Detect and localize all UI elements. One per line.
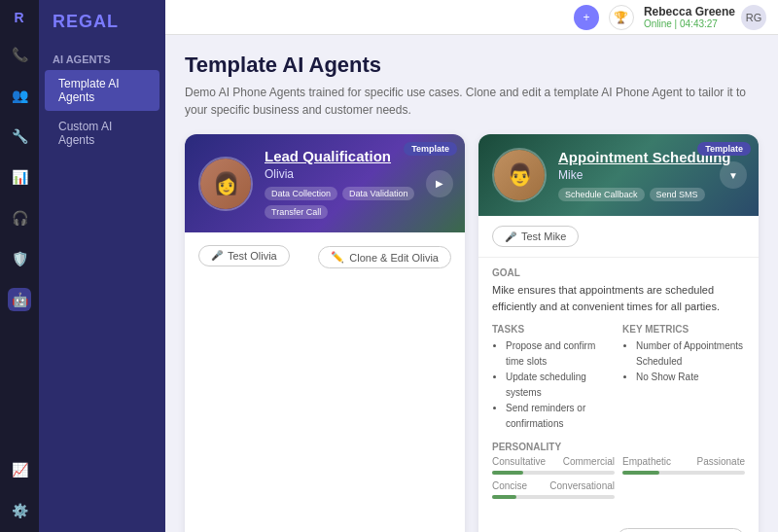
label-consultative: Consultative	[492, 456, 546, 467]
sidebar-icon-phone[interactable]: 📞	[8, 43, 31, 66]
test-olivia-button[interactable]: Test Olivia	[198, 245, 290, 266]
sidebar-icon-settings[interactable]: ⚙️	[8, 499, 31, 522]
user-name: Rebecca Greene	[644, 5, 735, 18]
sidebar-nav: REGAL AI Agents Template AI Agents Custo…	[39, 0, 165, 532]
agent-tags-mike: Schedule Callback Send SMS	[558, 188, 745, 201]
metric-item: No Show Rate	[636, 370, 745, 385]
card-header-appointment: 👨 Appointment Scheduling Mike Schedule C…	[478, 134, 759, 216]
trophy-icon[interactable]: 🏆	[609, 5, 634, 30]
template-badge-lead: Template	[404, 142, 457, 156]
clone-olivia-button[interactable]: ✏️ Clone & Edit Olivia	[318, 246, 451, 268]
agent-card-lead-qualification: 👩 Lead Qualification Olivia Data Collect…	[185, 134, 465, 532]
bar-consultative	[492, 471, 615, 475]
template-badge-appointment: Template	[697, 142, 751, 156]
card-body-lead: Test Olivia ✏️ Clone & Edit Olivia	[185, 232, 465, 278]
agent-avatar-mike: 👨	[492, 148, 547, 202]
olivia-avatar-image: 👩	[200, 159, 251, 209]
card-header-lead: 👩 Lead Qualification Olivia Data Collect…	[185, 134, 465, 232]
agent-subname-mike: Mike	[558, 168, 745, 182]
clone-mike-button[interactable]: ✏️ Clone & Edit Mike	[617, 528, 745, 532]
page-title: Template AI Agents	[185, 53, 759, 78]
main-area: + 🏆 Rebecca Greene Online | 04:43:27 RG …	[165, 0, 778, 532]
metric-item: Number of Appointments Scheduled	[636, 338, 745, 370]
cards-grid: 👩 Lead Qualification Olivia Data Collect…	[185, 134, 759, 532]
personality-title-appointment: Personality	[492, 442, 745, 452]
agent-subname-olivia: Olivia	[265, 167, 451, 181]
label-conversational: Conversational	[549, 480, 615, 491]
agent-info-mike: Appointment Scheduling Mike Schedule Cal…	[558, 149, 745, 201]
sidebar-item-template-agents[interactable]: Template AI Agents	[45, 70, 159, 111]
agent-card-appointment: 👨 Appointment Scheduling Mike Schedule C…	[478, 134, 759, 532]
sidebar-icon-headset[interactable]: 🎧	[8, 206, 31, 230]
label-passionate: Passionate	[697, 456, 745, 467]
sidebar-icon-barChart[interactable]: 📈	[8, 458, 31, 481]
tasks-list-appointment: Propose and confirm time slots Update sc…	[492, 338, 615, 432]
label-commercial: Commercial	[563, 456, 615, 467]
plus-icon[interactable]: +	[574, 5, 599, 30]
agent-avatar-olivia: 👩	[198, 157, 253, 211]
topbar-user: Rebecca Greene Online | 04:43:27 RG	[644, 5, 766, 30]
personality-row-consultative: Consultative Commercial	[492, 456, 615, 467]
sidebar-icon-chart[interactable]: 📊	[8, 165, 31, 189]
user-status: Online | 04:43:27	[644, 18, 735, 29]
sidebar-icon-shield[interactable]: 🛡️	[8, 247, 31, 270]
mike-avatar-image: 👨	[494, 150, 545, 200]
tag-data-collection: Data Collection	[265, 187, 337, 200]
task-item: Update scheduling systems	[506, 370, 615, 401]
topbar-user-info: Rebecca Greene Online | 04:43:27	[644, 5, 735, 29]
tag-transfer-call: Transfer Call	[265, 205, 328, 219]
sidebar-icon-people[interactable]: 👥	[8, 84, 31, 107]
chevron-appointment[interactable]	[720, 161, 747, 189]
page-description: Demo AI Phone Agents trained for specifi…	[185, 84, 759, 119]
metrics-list-appointment: Number of Appointments Scheduled No Show…	[622, 338, 745, 385]
personality-row-concise: Concise Conversational	[492, 480, 615, 491]
tag-schedule-callback: Schedule Callback	[558, 188, 645, 201]
card-body-appointment: Test Mike	[478, 216, 759, 257]
sidebar-icon-robot[interactable]: 🤖	[8, 288, 31, 311]
avatar[interactable]: RG	[741, 5, 766, 30]
agent-tags-olivia: Data Collection Data Validation Transfer…	[265, 187, 451, 219]
label-concise: Concise	[492, 480, 527, 491]
metrics-title-appointment: Key Metrics	[622, 324, 745, 335]
sidebar-icon-tools[interactable]: 🔧	[8, 124, 31, 148]
bar-fill-empathetic	[622, 471, 659, 475]
metrics-col-appointment: Key Metrics Number of Appointments Sched…	[622, 324, 745, 432]
goal-title-appointment: Goal	[492, 267, 745, 278]
tag-data-validation: Data Validation	[342, 187, 414, 200]
task-item: Propose and confirm time slots	[506, 338, 615, 370]
nav-section-title: AI Agents	[39, 44, 165, 69]
bar-fill-consultative	[492, 471, 523, 475]
content-area: Template AI Agents Demo AI Phone Agents …	[165, 35, 778, 532]
detail-grid-appointment: Tasks Propose and confirm time slots Upd…	[492, 324, 745, 432]
logo-icon: R	[14, 10, 24, 25]
task-item: Send reminders or confirmations	[506, 401, 615, 432]
bar-empathetic	[622, 471, 745, 475]
tasks-col-appointment: Tasks Propose and confirm time slots Upd…	[492, 324, 615, 432]
bar-concise	[492, 495, 615, 499]
app-logo: REGAL	[39, 0, 165, 44]
topbar: + 🏆 Rebecca Greene Online | 04:43:27 RG	[165, 0, 778, 35]
chevron-lead[interactable]	[426, 170, 453, 197]
card-detail-appointment: Goal Mike ensures that appointments are …	[478, 257, 759, 522]
goal-text-appointment: Mike ensures that appointments are sched…	[492, 282, 745, 314]
label-empathetic: Empathetic	[622, 456, 671, 467]
personality-row-empathetic: Empathetic Passionate	[622, 456, 745, 467]
card-actions-appointment: ✏️ Clone & Edit Mike	[478, 522, 759, 532]
test-mike-button[interactable]: Test Mike	[492, 226, 579, 247]
personality-section-appointment: Personality Consultative Commercial	[492, 442, 745, 505]
bar-fill-concise	[492, 495, 516, 499]
tasks-title-appointment: Tasks	[492, 324, 615, 335]
agent-info-olivia: Lead Qualification Olivia Data Collectio…	[265, 148, 451, 219]
tag-send-sms: Send SMS	[650, 188, 705, 201]
sidebar-item-custom-agents[interactable]: Custom AI Agents	[45, 113, 159, 154]
sidebar-icon-rail: R 📞 👥 🔧 📊 🎧 🛡️ 🤖 📈 ⚙️	[0, 0, 39, 532]
